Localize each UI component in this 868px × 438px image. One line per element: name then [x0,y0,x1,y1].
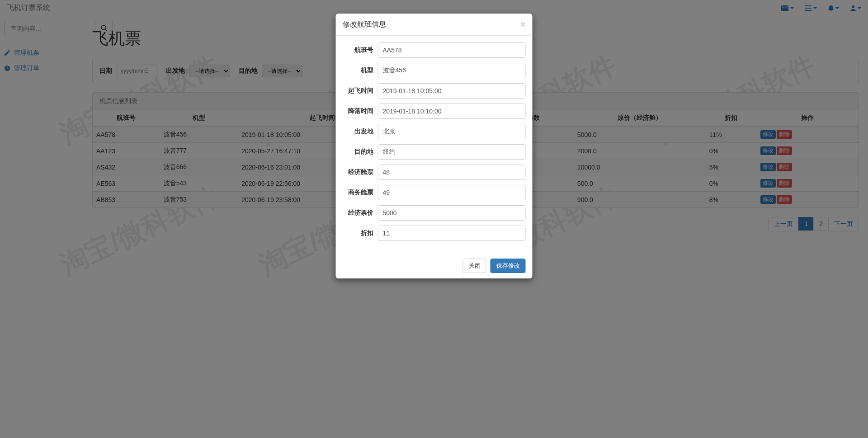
field-model-input[interactable] [378,63,526,78]
field-biz-label: 商务舱票 [343,188,378,197]
field-dep-label: 起飞时间 [343,87,378,95]
field-price-label: 经济票价 [343,209,378,217]
field-disc-input[interactable] [378,226,526,238]
field-arr-input[interactable] [378,104,526,119]
field-dep-input[interactable] [378,83,526,99]
modal-close-button[interactable]: × [520,19,525,30]
field-from-label: 出发地 [343,127,378,136]
modal-title: 修改航班信息 [343,20,386,29]
field-from-input[interactable] [378,124,526,139]
field-flight-label: 航班号 [343,46,378,54]
field-disc-label: 折扣 [343,229,378,237]
field-econ-input[interactable] [378,165,526,180]
field-price-input[interactable] [378,205,526,221]
edit-flight-modal: 修改航班信息 × 航班号 机型 起飞时间 降落时间 出发地 目的地 经济舱票 商… [336,14,533,238]
field-biz-input[interactable] [378,185,526,200]
field-flight-input[interactable] [378,42,526,58]
field-model-label: 机型 [343,66,378,75]
field-arr-label: 降落时间 [343,107,378,115]
field-to-label: 目的地 [343,148,378,156]
field-econ-label: 经济舱票 [343,168,378,176]
field-to-input[interactable] [378,144,526,160]
